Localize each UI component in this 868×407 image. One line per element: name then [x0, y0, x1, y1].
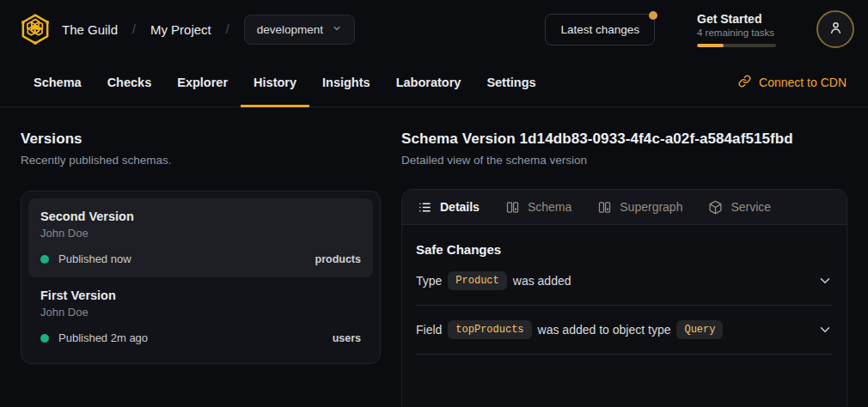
breadcrumb-separator: /: [132, 22, 136, 36]
get-started-progressbar: [697, 44, 776, 47]
columns-icon: [505, 200, 520, 215]
link-icon: [738, 75, 751, 90]
versions-subtitle: Recently published schemas.: [21, 154, 381, 167]
published-dot-icon: [40, 334, 49, 343]
version-name: Second Version: [40, 210, 361, 223]
detail-subtitle: Detailed view of the schema version: [401, 154, 847, 167]
breadcrumb-project[interactable]: My Project: [150, 22, 211, 37]
change-row-type-added[interactable]: Type Product was added: [416, 257, 833, 306]
environment-selector[interactable]: development: [244, 15, 355, 45]
safe-changes-heading: Safe Changes: [416, 242, 833, 257]
schema-version-detail-panel: Schema Version 1d14db83-0933-4f4c-a02f-a…: [401, 107, 847, 407]
detail-card: Details Schema: [401, 189, 847, 407]
columns-icon: [597, 200, 612, 215]
change-text: was added: [513, 274, 572, 288]
versions-title: Versions: [21, 131, 381, 148]
project-nav: Schema Checks Explorer History Insights …: [0, 58, 868, 107]
version-item-first[interactable]: First Version John Doe Published 2m ago …: [28, 277, 373, 356]
detail-tab-label: Service: [730, 200, 771, 214]
change-text: was added to object type: [538, 323, 671, 337]
user-icon: [828, 20, 844, 39]
version-status-row: Published now products: [40, 252, 361, 265]
detail-body: Safe Changes Type Product was added Fiel…: [402, 225, 847, 355]
version-author: John Doe: [40, 227, 361, 240]
tab-history[interactable]: History: [241, 58, 309, 106]
get-started-subtitle: 4 remaining tasks: [697, 27, 779, 38]
latest-changes-label: Latest changes: [560, 23, 639, 36]
detail-tab-service[interactable]: Service: [708, 200, 771, 215]
published-dot-icon: [40, 255, 49, 264]
breadcrumb-org[interactable]: The Guild: [62, 22, 118, 37]
version-status: Published 2m ago: [58, 331, 148, 344]
detail-tab-label: Schema: [528, 200, 572, 214]
tab-explorer[interactable]: Explorer: [164, 58, 241, 106]
get-started-progress-fill: [697, 44, 724, 47]
code-badge: Product: [448, 271, 506, 290]
version-status-row: Published 2m ago users: [40, 331, 361, 344]
app-header: The Guild / My Project / development Lat…: [0, 0, 868, 58]
version-status: Published now: [58, 252, 131, 265]
version-name: First Version: [40, 289, 361, 302]
hive-logo-icon[interactable]: [19, 13, 52, 46]
detail-tab-details[interactable]: Details: [418, 200, 480, 215]
chevron-down-icon[interactable]: [817, 273, 833, 289]
tab-schema[interactable]: Schema: [21, 58, 95, 106]
get-started-widget[interactable]: Get Started 4 remaining tasks: [697, 12, 779, 47]
list-icon: [418, 200, 432, 215]
versions-panel: Versions Recently published schemas. Sec…: [21, 107, 381, 407]
change-text: Field: [416, 323, 442, 337]
chevron-down-icon[interactable]: [817, 322, 833, 337]
detail-title: Schema Version 1d14db83-0933-4f4c-a02f-a…: [401, 131, 847, 148]
change-text: Type: [416, 274, 442, 288]
connect-to-cdn-label: Connect to CDN: [759, 76, 847, 89]
code-badge: topProducts: [448, 320, 531, 339]
version-author: John Doe: [40, 306, 361, 319]
tab-insights[interactable]: Insights: [309, 58, 383, 106]
latest-changes-button[interactable]: Latest changes: [545, 14, 655, 46]
cube-icon: [708, 200, 723, 215]
detail-tab-label: Details: [440, 200, 480, 214]
code-badge: Query: [676, 320, 723, 339]
breadcrumb-separator: /: [226, 22, 229, 36]
environment-selector-value: development: [257, 23, 323, 36]
tab-laboratory[interactable]: Laboratory: [383, 58, 474, 106]
chevron-down-icon: [332, 23, 342, 36]
user-avatar[interactable]: [816, 10, 854, 48]
version-item-second[interactable]: Second Version John Doe Published now pr…: [28, 198, 373, 277]
notification-dot: [649, 11, 657, 20]
version-service: users: [333, 332, 361, 344]
get-started-title: Get Started: [697, 12, 779, 26]
detail-tab-schema[interactable]: Schema: [505, 200, 572, 215]
detail-tab-label: Supergraph: [620, 200, 682, 214]
versions-list: Second Version John Doe Published now pr…: [21, 191, 381, 364]
tab-checks[interactable]: Checks: [95, 58, 165, 106]
main-content: Versions Recently published schemas. Sec…: [0, 107, 868, 407]
tab-settings[interactable]: Settings: [474, 58, 548, 106]
change-row-field-added[interactable]: Field topProducts was added to object ty…: [416, 306, 833, 355]
detail-tab-supergraph[interactable]: Supergraph: [597, 200, 682, 215]
version-service: products: [315, 253, 361, 265]
detail-tabs: Details Schema: [402, 190, 847, 225]
connect-to-cdn-link[interactable]: Connect to CDN: [738, 58, 847, 106]
